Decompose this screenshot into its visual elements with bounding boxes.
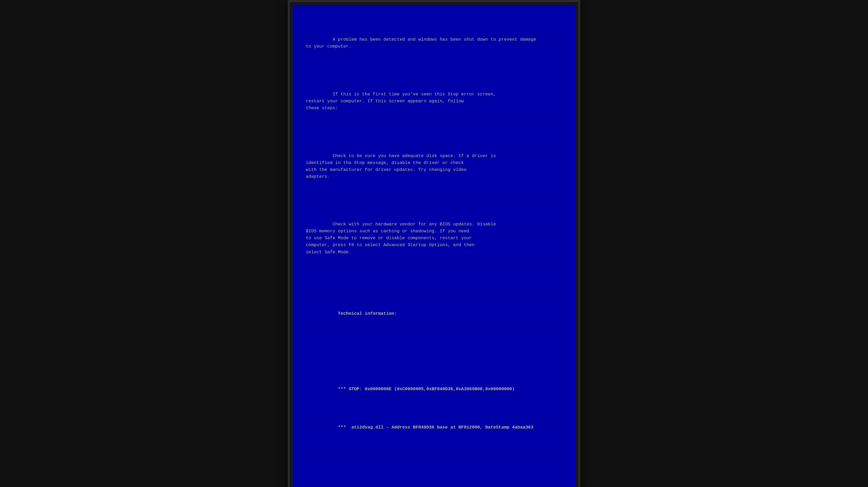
stop-section: *** STOP: 0x0000008E (0xC0000005,0xBF049… (306, 365, 562, 452)
paragraph-2-text: If this is the first time you've seen th… (306, 92, 496, 110)
dll-line-text: *** ati2dvag.dll - Address BF049D36 base… (338, 425, 533, 430)
paragraph-1: A problem has been detected and windows … (306, 29, 562, 57)
paragraph-4-text: Check with your hardware vendor for any … (306, 222, 496, 254)
stop-line: *** STOP: 0x0000008E (0xC0000005,0xBF049… (306, 379, 562, 399)
technical-header: Technical information: (306, 303, 562, 324)
technical-section: Technical information: (306, 290, 562, 338)
technical-header-text: Technical information: (338, 311, 397, 316)
paragraph-3-text: Check to be sure you have adequate disk … (306, 153, 496, 179)
monitor-bezel: A problem has been detected and windows … (288, 0, 580, 487)
dll-line: *** ati2dvag.dll - Address BF049D36 base… (306, 417, 562, 438)
paragraph-3: Check to be sure you have adequate disk … (306, 146, 562, 187)
paragraph-1-text: A problem has been detected and windows … (306, 37, 536, 49)
bsod-screen: A problem has been detected and windows … (292, 5, 576, 487)
paragraph-4: Check with your hardware vendor for any … (306, 214, 562, 262)
paragraph-2: If this is the first time you've seen th… (306, 84, 562, 119)
stop-line-text: *** STOP: 0x0000008E (0xC0000005,0xBF049… (338, 387, 515, 392)
